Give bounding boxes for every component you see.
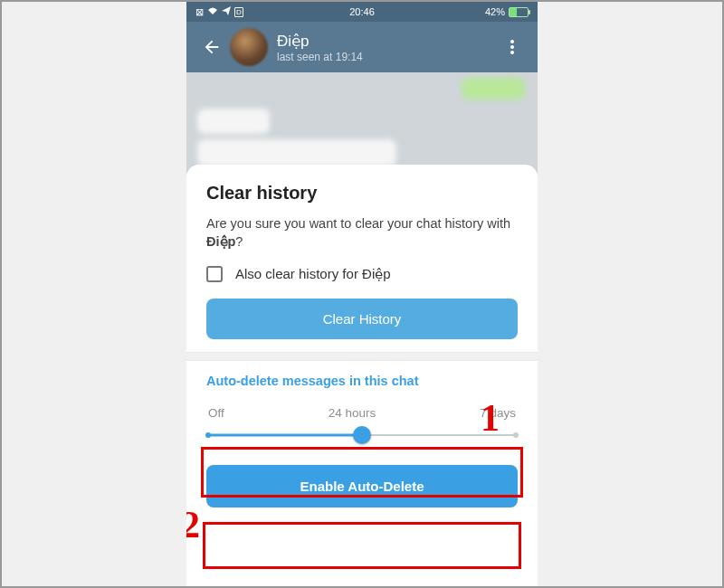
phone-screen: ⊠ D 20:46 42% Điệp la: [186, 2, 538, 586]
battery-pct: 42%: [485, 6, 505, 17]
wifi-icon: [207, 6, 218, 17]
no-sim-icon: ⊠: [195, 6, 204, 18]
sheet-description: Are you sure you want to clear your chat…: [206, 214, 518, 251]
slider-tick: [513, 432, 519, 438]
telegram-plane-icon: [222, 6, 231, 17]
also-clear-checkbox-row[interactable]: Also clear history for Điệp: [206, 266, 518, 282]
status-time: 20:46: [349, 6, 375, 17]
clear-history-button[interactable]: Clear History: [206, 299, 518, 339]
checkbox-icon[interactable]: [206, 266, 223, 282]
slider-label-24h: 24 hours: [329, 406, 376, 420]
slider-thumb[interactable]: [353, 426, 371, 444]
contact-name: Điệp: [277, 32, 494, 51]
status-bar: ⊠ D 20:46 42%: [186, 2, 538, 22]
status-right: 42%: [485, 6, 529, 17]
sheet-title: Clear history: [206, 183, 518, 204]
back-button[interactable]: [194, 29, 230, 65]
section-divider: [186, 352, 538, 361]
battery-icon: [509, 7, 529, 17]
message-bubble-in: [197, 109, 270, 134]
enable-auto-delete-button[interactable]: Enable Auto-Delete: [206, 465, 518, 507]
slider-labels: Off 24 hours 7 days: [208, 406, 516, 420]
header-text[interactable]: Điệp last seen at 19:14: [277, 32, 494, 63]
message-bubble-out: [462, 78, 525, 100]
auto-delete-section-title: Auto-delete messages in this chat: [206, 374, 518, 388]
clear-history-sheet: Clear history Are you sure you want to c…: [186, 165, 538, 586]
avatar[interactable]: [230, 28, 268, 66]
menu-button[interactable]: [494, 39, 530, 55]
also-clear-label: Also clear history for Điệp: [235, 266, 391, 282]
slider-label-7d: 7 days: [480, 406, 516, 420]
status-left-icons: ⊠ D: [195, 6, 243, 18]
auto-delete-slider[interactable]: Off 24 hours 7 days: [206, 401, 518, 450]
slider-tick: [205, 432, 211, 438]
slider-label-off: Off: [208, 406, 224, 420]
tutorial-frame: ⊠ D 20:46 42% Điệp la: [0, 0, 724, 588]
message-bubble-in: [197, 139, 396, 166]
contact-status: last seen at 19:14: [277, 51, 494, 63]
slider-track[interactable]: [208, 429, 516, 441]
data-icon: D: [234, 7, 243, 17]
chat-header: Điệp last seen at 19:14: [186, 22, 538, 72]
